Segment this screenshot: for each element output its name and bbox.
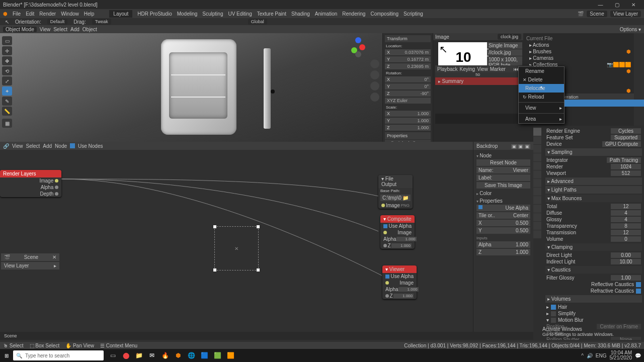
- caustics-header[interactable]: ▾ Caustics: [545, 266, 642, 274]
- ctxmenu-reload[interactable]: ↻ Reload: [519, 93, 564, 101]
- ctxmenu-view[interactable]: View▸: [519, 104, 564, 112]
- output-tab[interactable]: [533, 136, 541, 144]
- source-row[interactable]: Single Image: [487, 42, 522, 49]
- clamping-header[interactable]: ▾ Clamping: [545, 243, 642, 251]
- transform-orientation[interactable]: Global: [248, 19, 267, 25]
- scl-x[interactable]: X1.000: [385, 111, 431, 117]
- select-tool[interactable]: ▭: [2, 36, 12, 45]
- safe-3d-object[interactable]: [161, 39, 257, 140]
- loc-z[interactable]: Z0.23695 m: [385, 63, 431, 69]
- world-tab[interactable]: [533, 162, 541, 170]
- basepath-field[interactable]: C:\tmp\0📁: [380, 195, 411, 201]
- use-nodes-checkbox[interactable]: [70, 143, 75, 148]
- outliner-item[interactable]: ▸ Brushes⬢: [526, 48, 631, 55]
- outliner-header[interactable]: Current File: [526, 35, 631, 42]
- start-button[interactable]: ⊞: [0, 349, 13, 362]
- node-section[interactable]: ▾ Node: [476, 153, 530, 158]
- renderlayers-node[interactable]: Render Layers Image Alpha Depth: [0, 170, 61, 197]
- drag-dropdown[interactable]: Tweak: [92, 19, 111, 25]
- folder-icon[interactable]: 📁: [403, 195, 409, 201]
- viewlayer-selector[interactable]: View Layer: [610, 11, 641, 17]
- ctxmenu-delete[interactable]: ✕ Delete: [519, 75, 564, 84]
- viewer-node[interactable]: ▾ Viewer Use Alpha Image Alpha Z: [382, 265, 417, 299]
- dopesheet-playback[interactable]: Playback: [437, 66, 458, 72]
- hair-toggle[interactable]: ▸Hair: [546, 304, 641, 310]
- backdrop-frame[interactable]: ✕: [214, 226, 259, 270]
- simplify-toggle[interactable]: ▸Simplify: [546, 310, 641, 317]
- move-tool[interactable]: ✥: [2, 56, 12, 65]
- app-icon[interactable]: ⬢: [172, 349, 184, 361]
- input-image[interactable]: Image: [382, 280, 417, 286]
- scene-tab[interactable]: [533, 153, 541, 161]
- backdrop-label[interactable]: Backdrop: [476, 143, 498, 149]
- indirect-clamp[interactable]: 10.00: [611, 259, 641, 264]
- sampling-header[interactable]: ▾ Sampling: [545, 148, 642, 156]
- input-z[interactable]: Z: [382, 293, 417, 299]
- app-icon[interactable]: 📁: [133, 349, 145, 361]
- material-tab[interactable]: [533, 222, 541, 230]
- save-image-button[interactable]: Save This Image: [476, 182, 530, 189]
- output-alpha[interactable]: Alpha: [0, 184, 61, 191]
- input-alpha[interactable]: Alpha1.000: [476, 241, 530, 248]
- workspace-tab[interactable]: Animation: [315, 11, 337, 17]
- image-menu[interactable]: Image: [435, 34, 449, 40]
- node-view-menu[interactable]: View: [12, 143, 23, 149]
- dopesheet-keying[interactable]: Keying: [460, 66, 475, 72]
- minimize-button[interactable]: —: [593, 2, 608, 8]
- usealpha-toggle[interactable]: Use Alpha: [382, 273, 417, 280]
- outliner-item[interactable]: ▸ Actions: [526, 42, 631, 48]
- viewlayer-row[interactable]: View Layer▸: [1, 262, 59, 269]
- particle-tab[interactable]: [533, 188, 541, 196]
- label-field[interactable]: Label:: [476, 174, 530, 181]
- object-menu[interactable]: Object: [83, 27, 97, 32]
- properties-header[interactable]: Properties: [385, 132, 431, 139]
- center-y[interactable]: Y0.500: [476, 227, 530, 234]
- timeline-track[interactable]: [435, 114, 531, 124]
- scene-row[interactable]: 🎬Scene✕: [1, 253, 59, 261]
- navigation-gizmo[interactable]: [347, 36, 367, 56]
- options-label[interactable]: Options ▾: [620, 27, 644, 32]
- input-z[interactable]: Z1.000: [476, 249, 530, 255]
- transform-tool[interactable]: ✦: [2, 86, 12, 96]
- maxbounces-header[interactable]: ▾ Max Bounces: [545, 195, 642, 202]
- cursor-tool[interactable]: ✛: [2, 46, 12, 55]
- tray-icon[interactable]: 🔊: [587, 353, 593, 358]
- tray-lang[interactable]: ENG: [596, 353, 607, 358]
- ctxmenu-relocate[interactable]: Relocate↖: [519, 84, 564, 93]
- input-alpha[interactable]: Alpha: [382, 286, 417, 293]
- constraint-tab[interactable]: [533, 205, 541, 213]
- glossy-bounces[interactable]: 4: [611, 217, 641, 222]
- motionblur-toggle[interactable]: ▾Motion Blur: [546, 317, 641, 323]
- direct-clamp[interactable]: 0.00: [611, 252, 641, 258]
- advanced-header[interactable]: ▸ Advanced: [545, 177, 642, 185]
- workspace-tab[interactable]: Sculpting: [202, 11, 223, 17]
- volume-bounces[interactable]: 0: [611, 236, 641, 242]
- view-menu[interactable]: View: [40, 27, 51, 32]
- app-icon[interactable]: ✉: [146, 349, 158, 361]
- dopesheet-marker[interactable]: Marker: [490, 66, 506, 72]
- device-dropdown[interactable]: GPU Compute: [602, 141, 641, 147]
- loc-y[interactable]: Y0.16772 m: [385, 56, 431, 62]
- workspace-tab[interactable]: Rendering: [342, 11, 365, 17]
- physics-tab[interactable]: [533, 196, 541, 204]
- node-select-menu[interactable]: Select: [26, 143, 40, 149]
- rot-y[interactable]: Y0°: [385, 83, 431, 89]
- scene-selector[interactable]: Scene: [587, 11, 607, 17]
- camera-icon[interactable]: [370, 81, 379, 90]
- timeline-ruler[interactable]: 50 107: [435, 72, 531, 77]
- node-node-menu[interactable]: Node: [55, 143, 67, 149]
- rot-x[interactable]: X0°: [385, 76, 431, 82]
- tray-icon[interactable]: ^: [581, 353, 584, 358]
- perspective-icon[interactable]: [370, 93, 379, 102]
- menu-render[interactable]: Render: [39, 11, 56, 17]
- rolling-shutter[interactable]: None: [611, 337, 641, 340]
- orientation-dropdown[interactable]: Default: [47, 19, 68, 25]
- composite-node[interactable]: ▾ Composite Use Alpha Image Alpha Z: [380, 215, 415, 249]
- mode-dropdown[interactable]: Object Mode: [3, 27, 37, 32]
- menu-window[interactable]: Window: [61, 11, 79, 17]
- addcube-tool[interactable]: ▦: [2, 119, 12, 128]
- annotate-tool[interactable]: ✎: [2, 97, 12, 106]
- 3d-viewport[interactable]: ▭ ✛ ✥ ⟲ ⤢ ✦ ✎ 📏 ▦: [0, 33, 382, 150]
- notification-icon[interactable]: 💬: [635, 353, 641, 358]
- render-samples[interactable]: 1024: [611, 164, 641, 169]
